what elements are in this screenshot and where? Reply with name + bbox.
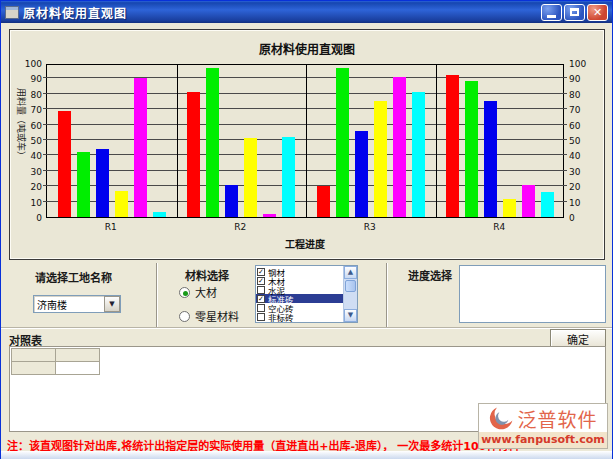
window-bottom-frame [1,451,612,459]
y-tick-label-right: 50 [569,136,593,146]
x-axis-title: 工程进度 [46,236,564,251]
red-bar [58,111,71,217]
radio-misc-material-label: 零星材料 [195,308,239,324]
y-tick-label-left: 10 [18,198,42,208]
red-bar [317,186,330,217]
x-tick-label: R3 [305,222,435,232]
vendor-url: www.fanpusoft.com [479,432,607,448]
green-bar [77,152,90,217]
grid-header-cell[interactable] [56,349,100,362]
bar-group-R1 [47,65,177,217]
y-tick-label-left: 90 [18,74,42,84]
bar-group-R3 [306,65,436,217]
checklist-scrollbar[interactable]: ▲ ▼ [343,266,357,322]
y-tick-label-right: 20 [569,182,593,192]
radio-big-material-label: 大材 [195,284,217,300]
red-bar [187,92,200,217]
title-bar: 原材料使用直观图 ✕ [1,1,612,23]
radio-unselected-icon [179,311,190,322]
y-tick-label-left: 50 [18,136,42,146]
radio-selected-icon [179,287,190,298]
plot-area [46,64,564,218]
cyan-bar [412,92,425,217]
cyan-bar [541,192,554,217]
vendor-logo: 泛普软件 www.fanpusoft.com [478,403,608,449]
red-bar [446,75,459,217]
cyan-bar [282,137,295,217]
green-bar [206,68,219,217]
magenta-bar [393,77,406,217]
material-select-label: 材料选择 [185,267,229,283]
x-tick-label: R2 [176,222,306,232]
blue-bar [225,185,238,217]
checked-checkbox-icon[interactable]: ✓ [257,277,265,285]
close-button[interactable]: ✕ [587,4,608,21]
x-tick-label: R4 [435,222,565,232]
yellow-bar [244,138,257,217]
y-tick-label-right: 100 [569,59,593,69]
y-tick-label-left: 20 [18,182,42,192]
unchecked-checkbox-icon[interactable] [257,313,265,321]
material-checklist[interactable]: ✓钢材✓木材水泥✓标准砖空心砖非标砖 ▲ ▼ [255,265,358,323]
scroll-down-icon[interactable]: ▼ [344,309,357,322]
fanpu-logo-icon [488,405,514,431]
y-tick-label-right: 30 [569,167,593,177]
magenta-bar [134,78,147,217]
radio-misc-material[interactable]: 零星材料 [179,308,239,324]
y-tick-label-right: 40 [569,151,593,161]
window-title: 原材料使用直观图 [23,4,127,21]
comparison-grid[interactable] [11,348,100,375]
y-tick-label-right: 90 [569,74,593,84]
section-divider [386,263,387,329]
y-tick-label-left: 80 [18,90,42,100]
y-tick-label-right: 10 [569,198,593,208]
bar-group-R4 [436,65,566,217]
scrollbar-track[interactable] [344,293,357,309]
blue-bar [96,149,109,217]
x-tick-label: R1 [46,222,176,232]
checked-checkbox-icon[interactable]: ✓ [257,268,265,276]
scroll-up-icon[interactable]: ▲ [344,266,357,279]
green-bar [336,68,349,217]
y-tick-label-right: 0 [569,213,593,223]
radio-big-material[interactable]: 大材 [179,284,217,300]
green-bar [465,81,478,217]
checked-checkbox-icon[interactable]: ✓ [257,295,265,303]
maximize-button[interactable] [564,4,585,21]
cyan-bar [153,212,166,217]
yellow-bar [503,199,516,217]
unchecked-checkbox-icon[interactable] [257,304,265,312]
y-tick-label-left: 30 [18,167,42,177]
grid-row-header-cell[interactable] [12,362,56,375]
magenta-bar [263,214,276,217]
window-icon [5,6,19,19]
client-area: 原材料使用直观图 用料量（吨或车） 工程进度 R1R2R3R4001010202… [1,23,612,458]
unchecked-checkbox-icon[interactable] [257,286,265,294]
y-tick-label-left: 70 [18,105,42,115]
vendor-name: 泛普软件 [517,405,597,432]
row-divider [1,327,612,328]
chart-panel: 原材料使用直观图 用料量（吨或车） 工程进度 R1R2R3R4001010202… [9,29,605,260]
grid-body-cell[interactable] [56,362,100,375]
dropdown-arrow-icon[interactable]: ▼ [104,296,120,312]
scrollbar-thumb[interactable] [345,280,356,292]
y-tick-label-left: 40 [18,151,42,161]
material-checkbox-item[interactable]: 非标砖 [256,312,343,321]
blue-bar [355,131,368,217]
y-tick-label-right: 80 [569,90,593,100]
y-tick-label-right: 70 [569,105,593,115]
grid-header-cell[interactable] [12,349,56,362]
y-tick-label-left: 0 [18,213,42,223]
minimize-button[interactable] [541,4,562,21]
yellow-bar [115,191,128,217]
progress-listbox[interactable] [459,265,606,323]
site-dropdown[interactable]: 济南楼 ▼ [33,295,121,313]
progress-select-label: 进度选择 [408,267,452,283]
app-window: 原材料使用直观图 ✕ 原材料使用直观图 用料量（吨或车） 工程进度 R1R2R3… [0,0,613,459]
y-tick-label-left: 100 [18,59,42,69]
magenta-bar [522,185,535,217]
yellow-bar [374,101,387,217]
blue-bar [484,101,497,217]
chart-title: 原材料使用直观图 [10,40,604,57]
bar-group-R2 [177,65,307,217]
